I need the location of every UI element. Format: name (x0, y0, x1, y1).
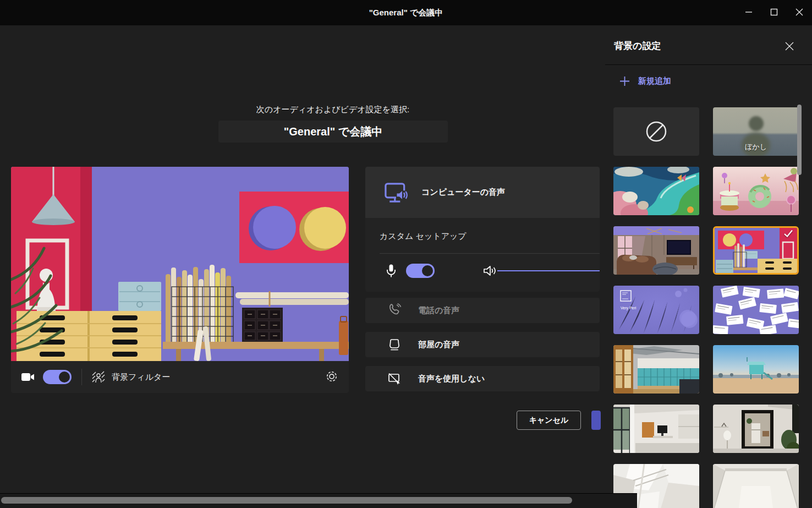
background-thumbnail-abstract-coral[interactable] (613, 167, 699, 215)
background-thumbnail-color-swatches[interactable] (713, 286, 799, 334)
background-filter-icon (92, 371, 105, 383)
horizontal-scrollbar-track[interactable] (0, 493, 637, 508)
audio-option-label: 音声を使用しない (418, 374, 485, 384)
audio-option-phone[interactable]: 電話の音声 (365, 298, 600, 323)
bar-divider (81, 369, 82, 385)
window-controls (736, 0, 812, 25)
panel-title: 背景の設定 (614, 40, 661, 52)
add-new-background-button[interactable]: 新規追加 (619, 76, 671, 86)
minimize-button[interactable] (736, 0, 761, 25)
audio-option-label: 電話の音声 (418, 305, 459, 316)
audio-option-label: 部屋の音声 (418, 340, 459, 350)
room-audio-icon (387, 338, 402, 351)
audio-option-label: コンピューターの音声 (421, 187, 505, 198)
background-settings-panel: 背景の設定 新規追加 (605, 25, 812, 508)
meeting-title: "General" で会議中 (218, 121, 448, 143)
volume-slider[interactable] (497, 270, 600, 271)
background-thumbnail-studio-shelves[interactable] (713, 226, 799, 275)
background-grid: ぼかし (613, 107, 799, 508)
background-thumbnail-none[interactable] (613, 107, 699, 156)
background-thumbnail-beach[interactable] (713, 345, 799, 394)
custom-setup-section: カスタム セットアップ (365, 218, 600, 292)
background-thumbnail-mirror-room[interactable] (713, 405, 799, 453)
horizontal-scrollbar-thumb[interactable] (1, 497, 572, 504)
camera-toggle[interactable] (43, 370, 72, 384)
custom-setup-divider (380, 253, 600, 254)
blur-label: ぼかし (713, 142, 799, 152)
device-settings-button[interactable] (325, 369, 339, 385)
video-camera-icon (21, 372, 35, 383)
join-now-button[interactable] (591, 411, 601, 430)
custom-setup-controls (385, 263, 600, 278)
camera-toggle-knob (59, 372, 70, 383)
close-icon (795, 8, 803, 18)
background-thumbnail-white-ceiling[interactable] (713, 464, 799, 508)
camera-preview (11, 167, 349, 361)
phone-audio-icon (387, 303, 402, 318)
background-thumbnail-very-peri[interactable]: Very Peri (613, 286, 699, 334)
very-peri-label: Very Peri (621, 306, 636, 310)
background-thumbnail-home-office[interactable] (613, 405, 699, 453)
mic-toggle[interactable] (406, 264, 435, 278)
no-audio-icon (387, 372, 402, 385)
panel-close-button[interactable] (781, 39, 798, 55)
camera-preview-scene (11, 167, 349, 361)
add-new-label: 新規追加 (638, 76, 671, 86)
audio-option-none[interactable]: 音声を使用しない (365, 366, 600, 391)
background-thumbnail-blur[interactable]: ぼかし (713, 107, 799, 156)
minimize-icon (745, 8, 753, 18)
settings-gear-icon (325, 369, 339, 385)
close-button[interactable] (787, 0, 812, 25)
preview-controls-bar: 背景フィルター (11, 361, 349, 393)
audio-option-computer[interactable]: コンピューターの音声 (365, 167, 600, 218)
background-thumbnail-lounge[interactable] (613, 226, 699, 275)
speaker-icon (483, 264, 497, 277)
maximize-button[interactable] (761, 0, 787, 25)
panel-close-icon (785, 42, 794, 52)
teams-prejoin-window: "General" で会議中 次のオーディオおよびビデオ設定を選択: "Gene… (0, 0, 812, 508)
blur-person-silhouette (749, 116, 764, 131)
maximize-icon (770, 8, 778, 18)
selected-check-icon (783, 230, 793, 237)
background-thumbnail-office-lockers[interactable] (613, 345, 699, 394)
no-background-icon (645, 120, 668, 143)
panel-vertical-scrollbar[interactable] (797, 105, 802, 175)
settings-prompt: 次のオーディオおよびビデオ設定を選択: (0, 105, 666, 115)
background-filter-label: 背景フィルター (112, 372, 170, 383)
custom-setup-label: カスタム セットアップ (380, 231, 467, 242)
audio-option-room[interactable]: 部屋の音声 (365, 332, 600, 357)
cancel-button[interactable]: キャンセル (517, 411, 581, 430)
panel-divider (605, 64, 812, 65)
computer-audio-icon (384, 182, 408, 204)
mic-icon (385, 264, 397, 278)
titlebar: "General" で会議中 (0, 0, 812, 25)
mic-toggle-knob (422, 265, 433, 276)
window-title: "General" で会議中 (369, 8, 443, 18)
plus-icon (619, 76, 630, 86)
background-thumbnail-celebration[interactable] (713, 167, 799, 215)
